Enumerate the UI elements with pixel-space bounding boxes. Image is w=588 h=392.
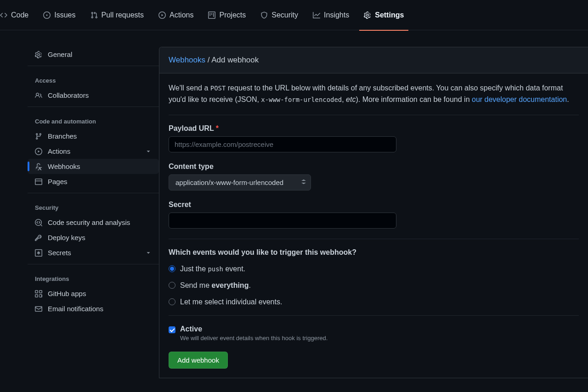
chevron-down-icon (145, 250, 152, 256)
play-icon (158, 11, 166, 19)
branch-icon (35, 133, 42, 140)
active-sublabel: We will deliver event details when this … (180, 335, 328, 342)
trigger-heading: Which events would you like to trigger t… (169, 248, 579, 257)
active-label: Active (180, 325, 328, 333)
gear-icon (35, 51, 42, 58)
add-webhook-button[interactable]: Add webhook (169, 352, 228, 369)
tab-security[interactable]: Security (253, 0, 305, 30)
sidebar-heading-access: Access (28, 70, 159, 88)
codescan-icon (35, 219, 42, 226)
tab-code[interactable]: Code (0, 0, 36, 30)
pr-icon (90, 11, 98, 19)
sidebar-deploykeys-label: Deploy keys (48, 234, 85, 241)
sidebar-branches-label: Branches (48, 132, 77, 140)
secret-label: Secret (169, 201, 579, 209)
post-code: POST (210, 84, 226, 92)
breadcrumb: Webhooks / Add webhook (159, 47, 588, 73)
radio-everything[interactable]: Send me everything. (169, 281, 579, 290)
sidebar-pages-label: Pages (48, 178, 68, 185)
sidebar-heading-security: Security (28, 197, 159, 215)
sidebar-item-actions[interactable]: Actions (28, 144, 159, 159)
apps-icon (35, 290, 42, 297)
sidebar-item-webhooks[interactable]: Webhooks (28, 159, 159, 174)
shield-icon (260, 11, 268, 19)
sidebar-heading-integrations: Integrations (28, 268, 159, 286)
webhook-icon (35, 163, 42, 170)
people-icon (35, 92, 42, 99)
enc-code: x-www-form-urlencoded (261, 96, 342, 103)
sidebar-item-general[interactable]: General (28, 47, 159, 62)
sidebar-ghapps-label: GitHub apps (48, 290, 86, 297)
tab-projects[interactable]: Projects (201, 0, 253, 30)
project-icon (208, 11, 215, 19)
browser-icon (35, 178, 42, 185)
active-checkbox[interactable] (169, 326, 175, 333)
sidebar-item-pages[interactable]: Pages (28, 174, 159, 189)
chevron-down-icon (145, 148, 152, 155)
key-icon (35, 234, 42, 241)
sidebar-collaborators-label: Collaborators (48, 91, 89, 99)
sidebar-codesec-label: Code security and analysis (48, 218, 130, 226)
sidebar-secrets-label: Secrets (48, 249, 71, 257)
breadcrumb-webhooks-link[interactable]: Webhooks (169, 56, 205, 64)
sidebar-item-code-security[interactable]: Code security and analysis (28, 215, 159, 230)
radio-everything-label: Send me everything. (180, 281, 251, 290)
radio-just-push-input[interactable] (169, 265, 175, 272)
tab-issues[interactable]: Issues (36, 0, 83, 30)
tab-projects-label: Projects (219, 11, 246, 19)
radio-select-events[interactable]: Let me select individual events. (169, 298, 579, 306)
repo-tabs: Code Issues Pull requests Actions Projec… (0, 0, 588, 30)
radio-just-push-label: Just the push event. (180, 265, 245, 273)
sidebar-item-deploy-keys[interactable]: Deploy keys (28, 230, 159, 245)
sidebar-item-collaborators[interactable]: Collaborators (28, 88, 159, 103)
tab-insights[interactable]: Insights (305, 0, 356, 30)
sidebar-heading-code-auto: Code and automation (28, 111, 159, 129)
payload-url-input[interactable] (169, 136, 396, 152)
sidebar-item-github-apps[interactable]: GitHub apps (28, 286, 159, 301)
sidebar-actions-label: Actions (48, 147, 70, 155)
tab-code-label: Code (11, 11, 28, 19)
radio-select-events-input[interactable] (169, 298, 175, 305)
tab-settings[interactable]: Settings (356, 0, 411, 30)
gear-icon (364, 11, 371, 19)
sidebar-general-label: General (48, 50, 72, 58)
mail-icon (35, 305, 42, 313)
sidebar-email-label: Email notifications (48, 305, 103, 313)
tab-actions-label: Actions (170, 11, 193, 19)
content-type-label: Content type (169, 162, 579, 171)
tab-pr-label: Pull requests (102, 11, 144, 19)
issue-icon (43, 11, 51, 19)
settings-sidebar: General Access Collaborators Code and au… (0, 47, 159, 378)
tab-settings-label: Settings (375, 11, 404, 19)
breadcrumb-current: Add webhook (211, 56, 259, 64)
tab-issues-label: Issues (54, 11, 75, 19)
radio-everything-input[interactable] (169, 282, 175, 289)
description-text: We'll send a POST request to the URL bel… (169, 83, 579, 106)
graph-icon (313, 11, 320, 19)
dev-docs-link[interactable]: our developer documentation (472, 95, 567, 103)
sidebar-item-branches[interactable]: Branches (28, 129, 159, 144)
tab-security-label: Security (271, 11, 298, 19)
code-icon (0, 11, 7, 19)
play-icon (35, 148, 42, 155)
breadcrumb-sep: / (205, 56, 211, 64)
main-content: Webhooks / Add webhook We'll send a POST… (159, 47, 588, 378)
radio-select-events-label: Let me select individual events. (180, 298, 282, 306)
payload-url-label: Payload URL * (169, 124, 579, 133)
sidebar-item-secrets[interactable]: Secrets (28, 245, 159, 260)
tab-insights-label: Insights (324, 11, 349, 19)
asterisk-icon (35, 249, 42, 257)
radio-just-push[interactable]: Just the push event. (169, 265, 579, 273)
tab-pull-requests[interactable]: Pull requests (83, 0, 152, 30)
tab-actions[interactable]: Actions (151, 0, 201, 30)
sidebar-item-email[interactable]: Email notifications (28, 301, 159, 316)
secret-input[interactable] (169, 213, 396, 229)
content-type-select[interactable]: application/x-www-form-urlencoded (169, 174, 311, 190)
sidebar-webhooks-label: Webhooks (48, 162, 80, 170)
